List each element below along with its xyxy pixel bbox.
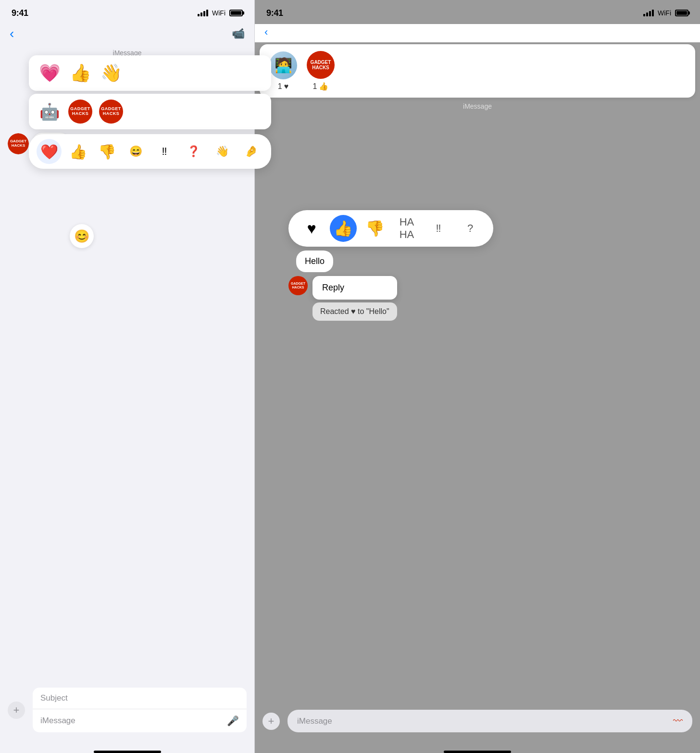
tapback-popup-right: ♥ 👍 👎 HAHA ‼ ? Hello GADGET HACKS xyxy=(288,210,493,321)
avatar-left: GADGET HACKS xyxy=(8,133,29,154)
mic-icon-left[interactable]: 🎤 xyxy=(227,715,239,727)
hello-bubble-right: Hello xyxy=(296,251,333,272)
reaction-thumbsdown-right[interactable]: 👎 xyxy=(362,215,388,242)
reaction-haha-right[interactable]: HAHA xyxy=(393,215,420,242)
memoji-avatar-right: 🧑‍💻 xyxy=(269,51,297,79)
signal-icon-right xyxy=(643,10,654,16)
status-icons-left: WiFi xyxy=(198,9,243,17)
battery-icon-left xyxy=(229,10,243,16)
input-area-left: + Subject iMessage 🎤 xyxy=(0,682,254,747)
message-field-left[interactable]: iMessage 🎤 xyxy=(33,709,247,732)
hello-text-right: Hello xyxy=(305,256,325,266)
time-left: 9:41 xyxy=(12,8,28,18)
input-area-right: + iMessage 〰 xyxy=(255,704,700,747)
reaction-question-left[interactable]: ❓ xyxy=(181,139,206,164)
wifi-icon-right: WiFi xyxy=(658,9,671,17)
gh-avatar-chat: GADGET HACKS xyxy=(288,276,308,295)
battery-icon-right xyxy=(675,10,688,16)
count-2: 1 xyxy=(313,82,317,91)
time-right: 9:41 xyxy=(266,8,283,18)
reaction-question-right[interactable]: ? xyxy=(457,215,484,242)
subject-field-left[interactable]: Subject xyxy=(33,688,247,709)
status-bar-right: 9:41 WiFi xyxy=(255,0,700,24)
reaction-text-right: Reacted ♥ to "Hello" xyxy=(312,302,397,321)
back-button-left[interactable]: ‹ xyxy=(10,26,14,41)
plus-button-left[interactable]: + xyxy=(8,702,25,719)
imessage-label-right: iMessage xyxy=(255,102,700,110)
video-button-left[interactable]: 📹 xyxy=(232,27,245,40)
robot-sticker[interactable]: 🤖 xyxy=(37,99,62,125)
status-icons-right: WiFi xyxy=(643,9,688,17)
message-placeholder-right: iMessage xyxy=(297,716,332,726)
count-1: 1 xyxy=(278,82,282,91)
reaction-thumbsdown-left[interactable]: 👎 xyxy=(94,139,119,164)
reaction-bar-right: 🧑‍💻 1 ♥ GADGET HACKS 1 👍 xyxy=(260,44,695,98)
reaction-wave-left[interactable]: 👋 xyxy=(210,139,235,164)
reaction-haha-left[interactable]: 😄 xyxy=(123,139,148,164)
reaction-heart-right[interactable]: ♥ xyxy=(298,215,325,242)
reply-button-right[interactable]: Reply xyxy=(312,276,397,300)
reaction-count-2: 1 👍 xyxy=(313,82,329,91)
tapback-reactions-left: ❤️ 👍 👎 😄 ‼️ ❓ 👋 🤌 xyxy=(29,134,271,169)
smiley-container-left: 😊 xyxy=(70,224,94,248)
smiley-button-left[interactable]: 😊 xyxy=(70,224,94,248)
thumbsup-icon-2: 👍 xyxy=(319,82,328,91)
tapback-reactions-right: ♥ 👍 👎 HAHA ‼ ? xyxy=(288,210,493,247)
home-indicator-right xyxy=(444,751,511,753)
nav-bar-right: ‹ xyxy=(255,24,700,42)
reaction-thumbsup-right[interactable]: 👍 xyxy=(330,215,357,242)
gh-sticker-2[interactable]: GADGET HACKS xyxy=(98,99,124,125)
tapback-stickers2-left: 🤖 GADGET HACKS GADGET HACKS xyxy=(29,94,271,129)
reaction-avatar-group-2: GADGET HACKS 1 👍 xyxy=(307,51,335,91)
message-field-right[interactable]: iMessage 〰 xyxy=(288,710,692,732)
gh-avatar-right: GADGET HACKS xyxy=(307,51,335,79)
status-bar-left: 9:41 WiFi xyxy=(0,0,254,24)
reaction-heart-left[interactable]: ❤️ xyxy=(37,139,62,164)
chat-content-right: ♥ 👍 👎 HAHA ‼ ? Hello GADGET HACKS xyxy=(255,114,700,704)
home-indicator-left xyxy=(94,751,161,753)
reaction-exclaim-right[interactable]: ‼ xyxy=(425,215,452,242)
back-button-right[interactable]: ‹ xyxy=(264,26,268,38)
reaction-thumbsup-left[interactable]: 👍 xyxy=(65,139,90,164)
reaction-pinch-left[interactable]: 🤌 xyxy=(238,139,263,164)
tapback-stickers-left: 💗 👍 👋 xyxy=(29,55,271,91)
wave-sticker[interactable]: 👋 xyxy=(98,60,124,86)
reaction-count-1: 1 ♥ xyxy=(278,82,288,91)
waveform-icon-right: 〰 xyxy=(673,715,683,727)
gh-sticker-1[interactable]: GADGET HACKS xyxy=(67,99,93,125)
heart-sticker[interactable]: 💗 xyxy=(37,60,62,86)
reaction-exclaim-left[interactable]: ‼️ xyxy=(152,139,177,164)
signal-icon-left xyxy=(198,10,208,16)
thumbsup-sticker[interactable]: 👍 xyxy=(67,60,93,86)
wifi-icon-left: WiFi xyxy=(212,9,225,17)
panel-left: 9:41 WiFi ‹ 📹 iMessage 💗 xyxy=(0,0,255,753)
tapback-popup-left: 💗 👍 👋 🤖 GADGET HACKS xyxy=(29,55,271,172)
heart-icon-1: ♥ xyxy=(284,82,289,91)
plus-button-right[interactable]: + xyxy=(262,713,280,730)
nav-bar-left: ‹ 📹 xyxy=(0,24,254,45)
panel-right: 9:41 WiFi ‹ 🧑‍💻 1 ♥ xyxy=(255,0,700,753)
message-placeholder-left: iMessage xyxy=(40,716,75,726)
reaction-avatar-group-1: 🧑‍💻 1 ♥ xyxy=(269,51,297,91)
